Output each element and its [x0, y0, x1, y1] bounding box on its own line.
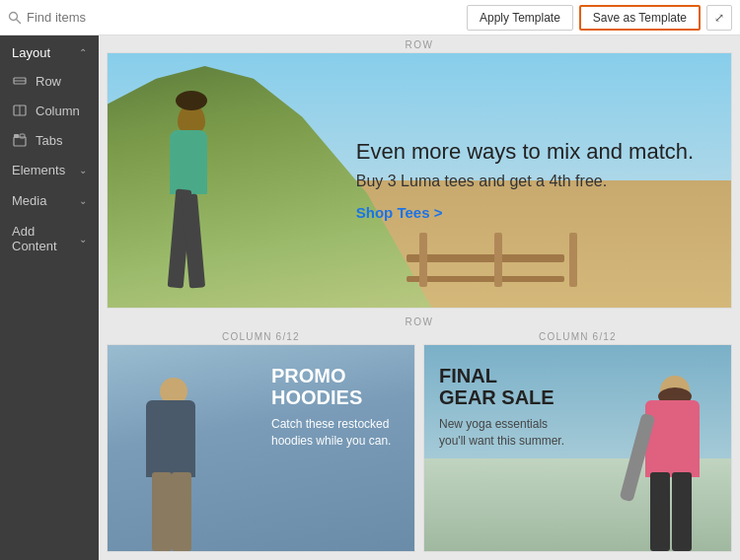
- content-area: ROW: [99, 35, 740, 560]
- svg-rect-7: [14, 134, 19, 138]
- person-figure: [158, 71, 237, 308]
- fence-post-1: [419, 233, 427, 287]
- sidebar-item-tabs[interactable]: Tabs: [0, 125, 99, 155]
- svg-line-1: [17, 19, 21, 23]
- fence-post-2: [494, 233, 502, 287]
- layout-label: Layout: [12, 45, 50, 60]
- col-labels: COLUMN 6/12 COLUMN 6/12: [107, 329, 732, 344]
- sidebar-item-column[interactable]: Column: [0, 96, 99, 125]
- media-label: Media: [12, 193, 46, 208]
- search-icon: [8, 11, 22, 25]
- sidebar: Layout ⌃ Row Column: [0, 35, 99, 560]
- main-layout: Layout ⌃ Row Column: [0, 35, 740, 560]
- sidebar-item-row-label: Row: [36, 74, 61, 89]
- bottom-row-label-wrap: ROW: [107, 315, 732, 329]
- panel1-text: PROMO HOODIES Catch these restocked hood…: [271, 365, 400, 450]
- search-input[interactable]: [27, 10, 467, 25]
- expand-button[interactable]: ⤢: [706, 5, 732, 31]
- elements-chevron-icon: ⌄: [79, 165, 87, 175]
- column-icon: [12, 103, 28, 118]
- hero-subtext: Buy 3 Luma tees and get a 4th free.: [356, 173, 694, 190]
- row-label-top: ROW: [99, 35, 740, 52]
- panel1-title: PROMO HOODIES: [271, 365, 400, 408]
- fence-rail-2: [407, 276, 564, 282]
- media-section[interactable]: Media ⌄: [0, 185, 99, 216]
- panel1-person: [138, 369, 227, 551]
- panel2-text: FINAL GEAR SALE New yoga essentials you'…: [439, 365, 577, 450]
- fence-rail: [407, 254, 564, 262]
- bottom-panels: PROMO HOODIES Catch these restocked hood…: [107, 344, 732, 552]
- elements-section[interactable]: Elements ⌄: [0, 155, 99, 185]
- add-content-label: Add Content: [12, 224, 79, 253]
- panel-hoodies[interactable]: PROMO HOODIES Catch these restocked hood…: [107, 344, 415, 552]
- fence-post-3: [569, 233, 577, 287]
- hero-headline: Even more ways to mix and match.: [356, 139, 694, 165]
- sidebar-item-tabs-label: Tabs: [36, 133, 62, 148]
- sidebar-item-column-label: Column: [36, 104, 80, 118]
- hero-banner[interactable]: Even more ways to mix and match. Buy 3 L…: [107, 52, 732, 309]
- layout-chevron-icon: ⌃: [79, 47, 87, 58]
- bottom-row-label: ROW: [107, 315, 732, 329]
- add-content-section[interactable]: Add Content ⌄: [0, 216, 99, 261]
- add-content-chevron-icon: ⌄: [79, 234, 87, 245]
- save-template-button[interactable]: Save as Template: [579, 5, 701, 31]
- media-chevron-icon: ⌄: [79, 195, 87, 206]
- hero-text: Even more ways to mix and match. Buy 3 L…: [356, 139, 694, 222]
- hero-shop-link[interactable]: Shop Tees >: [356, 204, 443, 221]
- layout-section-header[interactable]: Layout ⌃: [0, 35, 99, 66]
- row-icon: [12, 73, 28, 89]
- top-bar-actions: Apply Template Save as Template ⤢: [467, 5, 732, 31]
- sidebar-item-row[interactable]: Row: [0, 66, 99, 96]
- elements-label: Elements: [12, 163, 65, 177]
- col2-label: COLUMN 6/12: [423, 329, 732, 344]
- tabs-icon: [12, 132, 28, 148]
- panel2-subtitle: New yoga essentials you'll want this sum…: [439, 416, 577, 450]
- col1-label: COLUMN 6/12: [107, 329, 415, 344]
- top-bar: Apply Template Save as Template ⤢: [0, 0, 740, 35]
- panel-gear[interactable]: FINAL GEAR SALE New yoga essentials you'…: [423, 344, 732, 552]
- panel2-person: [640, 369, 719, 551]
- panel2-title: FINAL GEAR SALE: [439, 365, 577, 408]
- apply-template-button[interactable]: Apply Template: [467, 5, 573, 31]
- panel1-subtitle: Catch these restocked hoodies while you …: [271, 416, 400, 450]
